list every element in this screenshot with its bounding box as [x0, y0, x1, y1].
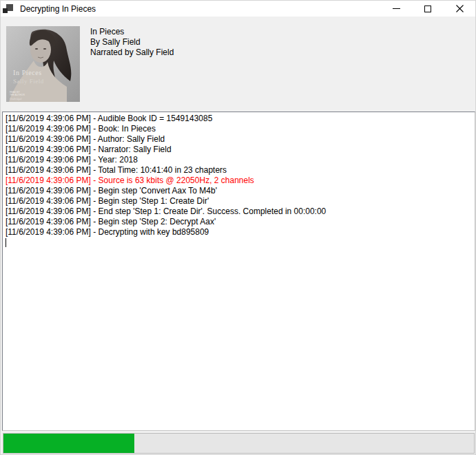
log-line: [11/6/2019 4:39:06 PM] - Begin step 'Con…	[6, 186, 472, 196]
book-author: By Sally Field	[90, 37, 174, 47]
log-line: [11/6/2019 4:39:06 PM] - Source is 63 kb…	[6, 176, 472, 186]
window-controls	[380, 1, 475, 17]
log-line: [11/6/2019 4:39:06 PM] - Narrator: Sally…	[6, 145, 472, 155]
cover-edition-text: Unabridged	[10, 98, 22, 100]
log-textbox[interactable]: [11/6/2019 4:39:06 PM] - Audible Book ID…	[2, 112, 475, 431]
cover-eye-left	[35, 48, 38, 50]
log-line: [11/6/2019 4:39:06 PM] - Begin step 'Ste…	[6, 217, 472, 227]
window-title: Decrypting In Pieces	[20, 4, 96, 14]
app-window: Decrypting In Pieces	[0, 0, 476, 455]
cover-readby-line2: THE AUTHOR	[10, 94, 25, 96]
book-info: In Pieces By Sally Field Narrated by Sal…	[90, 27, 174, 58]
log-line: [11/6/2019 4:39:06 PM] - Total Time: 10:…	[6, 165, 472, 176]
cover-author-text: Sally Field	[13, 78, 44, 85]
minimize-button[interactable]	[380, 1, 412, 17]
close-icon	[456, 5, 464, 12]
minimize-icon	[393, 8, 400, 9]
app-icon	[3, 3, 14, 14]
book-title: In Pieces	[90, 27, 174, 37]
cover-eye-right	[43, 48, 46, 50]
text-caret	[6, 238, 6, 247]
book-cover-image: In Pieces Sally Field READ BY THE AUTHOR…	[6, 26, 80, 102]
maximize-button[interactable]	[412, 1, 444, 17]
close-button[interactable]	[444, 1, 475, 17]
maximize-icon	[424, 6, 431, 12]
log-line: [11/6/2019 4:39:06 PM] - End step 'Step …	[6, 207, 472, 217]
app-icon-square-small	[3, 8, 8, 13]
cover-title-text: In Pieces	[13, 69, 42, 76]
log-line: [11/6/2019 4:39:06 PM] - Begin step 'Ste…	[6, 196, 472, 207]
progress-bar	[3, 433, 475, 454]
log-caret-line	[6, 237, 472, 248]
log-line: [11/6/2019 4:39:06 PM] - Author: Sally F…	[6, 134, 472, 145]
log-line: [11/6/2019 4:39:06 PM] - Audible Book ID…	[6, 114, 472, 124]
log-line: [11/6/2019 4:39:06 PM] - Decrypting with…	[6, 227, 472, 237]
title-bar[interactable]: Decrypting In Pieces	[1, 1, 475, 17]
log-line: [11/6/2019 4:39:06 PM] - Book: In Pieces	[6, 124, 472, 134]
book-narrator: Narrated by Sally Field	[90, 47, 174, 58]
progress-fill	[3, 434, 134, 453]
log-line: [11/6/2019 4:39:06 PM] - Year: 2018	[6, 155, 472, 165]
book-cover-art: In Pieces Sally Field READ BY THE AUTHOR…	[6, 26, 80, 102]
